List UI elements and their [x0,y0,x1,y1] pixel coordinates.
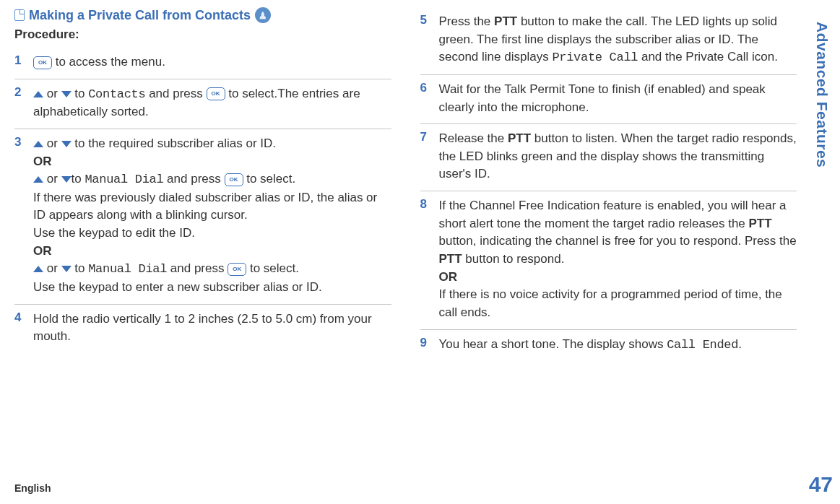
ptt-label: PTT [494,14,517,28]
steps-left: 1OK to access the menu.2 or to Contacts … [14,48,391,353]
steps-right: 5Press the PTT button to make the call. … [420,7,797,361]
display-text: Private Call [552,51,638,64]
ok-button-icon: OK [33,56,52,69]
step-body: Wait for the Talk Permit Tone to finish … [439,81,797,116]
page-heading: Making a Private Call from Contacts [29,8,251,23]
arrow-up-icon [33,91,43,97]
heading-row: Making a Private Call from Contacts ♟ [14,7,391,23]
step-number: 1 [14,53,26,71]
right-column: 5Press the PTT button to make the call. … [420,7,797,361]
step-number: 9 [420,336,432,355]
side-tab: Advanced Features [810,22,834,482]
or-label: OR [33,244,52,258]
or-label: OR [33,155,52,168]
step-body: Release the PTT button to listen. When t… [439,130,797,183]
procedure-label: Procedure: [14,27,391,42]
ok-button-icon: OK [225,173,243,186]
step-body: Press the PTT button to make the call. T… [439,13,797,67]
step-body: or to the required subscriber alias or I… [33,135,391,297]
ptt-label: PTT [508,131,531,145]
procedure-step: 9You hear a short tone. The display show… [420,330,797,362]
procedure-step: 7Release the PTT button to listen. When … [420,124,797,191]
step-number: 4 [14,310,26,346]
step-body: You hear a short tone. The display shows… [439,336,797,355]
step-number: 6 [420,81,432,116]
step-number: 2 [14,85,26,121]
display-text: Manual Dial [88,262,167,276]
step-number: 3 [14,135,26,297]
or-label: OR [439,270,458,284]
procedure-step: 2 or to Contacts and press OK to select.… [14,79,391,129]
arrow-down-icon [61,266,72,272]
arrow-down-icon [61,141,72,147]
step-body: or to Contacts and press OK to select.Th… [33,85,391,121]
arrow-up-icon [33,141,43,147]
step-number: 5 [420,13,432,67]
step-body: If the Channel Free Indication feature i… [439,197,797,321]
display-text: Manual Dial [85,173,163,186]
arrow-up-icon [33,176,43,183]
private-call-icon: ♟ [255,7,271,23]
ok-button-icon: OK [228,263,246,276]
display-text: Call Ended [667,338,738,352]
arrow-down-icon [61,91,72,97]
step-body: OK to access the menu. [33,53,391,71]
document-icon [14,9,25,21]
ptt-label: PTT [749,217,772,230]
procedure-step: 4Hold the radio vertically 1 to 2 inches… [14,305,391,353]
side-tab-label: Advanced Features [813,22,831,168]
arrow-up-icon [33,266,43,272]
left-column: Making a Private Call from Contacts ♟ Pr… [14,7,391,361]
ptt-label: PTT [439,252,462,266]
display-text: Contacts [88,87,145,101]
step-body: Hold the radio vertically 1 to 2 inches … [33,310,391,346]
procedure-step: 1OK to access the menu. [14,48,391,79]
ok-button-icon: OK [207,87,225,100]
arrow-down-icon [61,176,72,183]
procedure-step: 6Wait for the Talk Permit Tone to finish… [420,75,797,124]
footer-language: English [14,482,51,494]
step-number: 7 [420,130,432,183]
page-number: 47 [809,472,833,497]
procedure-step: 8If the Channel Free Indication feature … [420,191,797,329]
procedure-step: 3 or to the required subscriber alias or… [14,129,391,305]
step-number: 8 [420,197,432,321]
procedure-step: 5Press the PTT button to make the call. … [420,7,797,75]
